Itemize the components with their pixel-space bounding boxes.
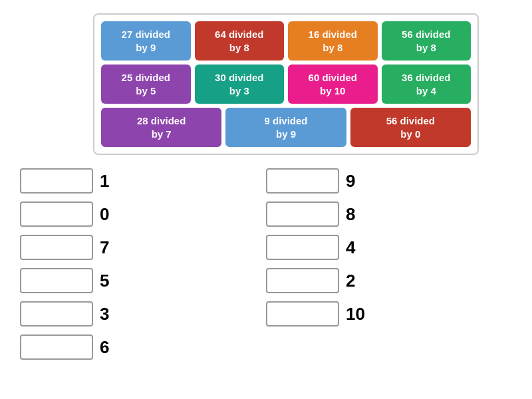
drop-box-left-0[interactable] — [20, 168, 93, 194]
drop-area: 107536 984210 — [0, 168, 532, 362]
tile-row-1: 25 dividedby 530 dividedby 360 dividedby… — [101, 65, 471, 104]
drop-column-right: 984210 — [266, 168, 512, 362]
drop-row-left-1: 0 — [20, 201, 266, 227]
drop-row-left-0: 1 — [20, 168, 266, 194]
drop-row-right-1: 8 — [266, 201, 512, 227]
drop-label-right-0: 9 — [346, 171, 366, 192]
drop-box-right-4[interactable] — [266, 301, 339, 327]
drop-box-left-1[interactable] — [20, 201, 93, 227]
drop-row-right-3: 2 — [266, 268, 512, 293]
tile-tile-36-4[interactable]: 36 dividedby 4 — [382, 65, 471, 104]
drop-label-left-5: 6 — [100, 337, 120, 358]
drop-row-left-5: 6 — [20, 334, 266, 360]
drop-label-right-4: 10 — [346, 304, 366, 325]
tile-tile-30-3[interactable]: 30 dividedby 3 — [195, 65, 285, 104]
tile-row-0: 27 dividedby 964 dividedby 816 dividedby… — [101, 21, 471, 61]
drag-area: 27 dividedby 964 dividedby 816 dividedby… — [93, 13, 479, 155]
drop-label-left-4: 3 — [100, 304, 120, 325]
tile-tile-25-5[interactable]: 25 dividedby 5 — [101, 65, 191, 104]
drop-row-left-3: 5 — [20, 268, 266, 293]
drop-label-left-0: 1 — [100, 171, 120, 192]
tile-tile-56-8[interactable]: 56 dividedby 8 — [382, 21, 471, 61]
drop-box-right-0[interactable] — [266, 168, 339, 194]
tile-tile-9-9[interactable]: 9 dividedby 9 — [225, 108, 346, 147]
tile-tile-28-7[interactable]: 28 dividedby 7 — [101, 108, 221, 147]
tile-tile-16-8[interactable]: 16 dividedby 8 — [288, 21, 378, 61]
drop-row-right-4: 10 — [266, 301, 512, 327]
tile-tile-56-0[interactable]: 56 dividedby 0 — [350, 108, 471, 147]
drop-row-right-2: 4 — [266, 235, 512, 260]
drop-box-left-5[interactable] — [20, 334, 93, 360]
drop-box-right-2[interactable] — [266, 235, 339, 260]
drop-box-right-1[interactable] — [266, 201, 339, 227]
drop-row-right-0: 9 — [266, 168, 512, 194]
drop-label-left-2: 7 — [100, 237, 120, 258]
drop-box-left-2[interactable] — [20, 235, 93, 260]
drop-label-left-3: 5 — [100, 271, 120, 291]
tile-tile-27-9[interactable]: 27 dividedby 9 — [101, 21, 191, 61]
drop-label-right-2: 4 — [346, 237, 366, 258]
drop-label-right-1: 8 — [346, 204, 366, 225]
drop-box-right-3[interactable] — [266, 268, 339, 293]
drop-row-left-4: 3 — [20, 301, 266, 327]
drop-label-right-3: 2 — [346, 271, 366, 291]
drop-column-left: 107536 — [20, 168, 266, 362]
tile-tile-60-10[interactable]: 60 dividedby 10 — [288, 65, 378, 104]
drop-label-left-1: 0 — [100, 204, 120, 225]
drop-box-left-4[interactable] — [20, 301, 93, 327]
tile-tile-64-8[interactable]: 64 dividedby 8 — [195, 21, 285, 61]
tile-row-2: 28 dividedby 79 dividedby 956 dividedby … — [101, 108, 471, 147]
drop-box-left-3[interactable] — [20, 268, 93, 293]
drop-row-left-2: 7 — [20, 235, 266, 260]
